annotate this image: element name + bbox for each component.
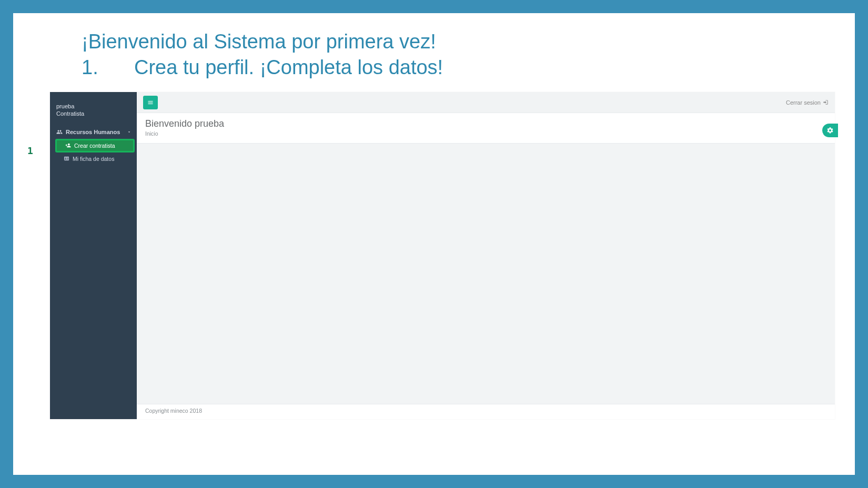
chevron-down-icon xyxy=(127,129,132,134)
gear-icon xyxy=(826,127,834,134)
users-icon xyxy=(56,129,63,135)
footer-copyright: Copyright mineco 2018 xyxy=(145,408,202,414)
slide: ¡Bienvenido al Sistema por primera vez! … xyxy=(13,13,855,475)
user-plus-icon xyxy=(65,143,71,148)
page-title: Bienvenido prueba xyxy=(145,118,826,129)
hamburger-icon xyxy=(147,99,154,106)
slide-step-text: Crea tu perfil. ¡Completa los datos! xyxy=(134,56,443,78)
sidebar-item-label: Crear contratista xyxy=(74,143,115,149)
id-card-icon xyxy=(64,156,69,161)
app-window: prueba Contratista Recursos Humanos Crea… xyxy=(50,92,835,419)
sidebar-item-crear-contratista[interactable]: Crear contratista xyxy=(55,139,135,152)
logout-icon xyxy=(823,99,829,105)
sidebar: prueba Contratista Recursos Humanos Crea… xyxy=(50,92,137,419)
sidebar-user-role: Contratista xyxy=(56,110,130,117)
breadcrumb: Inicio xyxy=(145,130,826,137)
menu-toggle-button[interactable] xyxy=(143,96,158,109)
topbar: Cerrar sesion xyxy=(137,92,835,113)
logout-label: Cerrar sesion xyxy=(786,99,821,106)
footer: Copyright mineco 2018 xyxy=(137,404,835,419)
page-header: Bienvenido prueba Inicio xyxy=(137,113,835,144)
slide-heading: ¡Bienvenido al Sistema por primera vez! … xyxy=(82,29,443,81)
sidebar-parent-label: Recursos Humanos xyxy=(66,129,120,135)
sidebar-item-recursos-humanos[interactable]: Recursos Humanos xyxy=(50,125,137,139)
floating-settings-button[interactable] xyxy=(822,124,838,137)
sidebar-user-block: prueba Contratista xyxy=(50,92,137,125)
main-canvas xyxy=(137,144,835,404)
callout-marker-1: 1 xyxy=(27,145,33,156)
sidebar-user-name: prueba xyxy=(56,103,130,110)
sidebar-item-label: Mi ficha de datos xyxy=(73,156,114,162)
sidebar-submenu: Crear contratista Mi ficha de datos xyxy=(50,139,137,165)
sidebar-item-mi-ficha[interactable]: Mi ficha de datos xyxy=(53,152,137,165)
slide-step-number: 1. xyxy=(82,55,134,80)
logout-link[interactable]: Cerrar sesion xyxy=(786,99,829,106)
slide-title-line1: ¡Bienvenido al Sistema por primera vez! xyxy=(82,30,436,53)
content-area: Cerrar sesion Bienvenido prueba Inicio C… xyxy=(137,92,835,419)
